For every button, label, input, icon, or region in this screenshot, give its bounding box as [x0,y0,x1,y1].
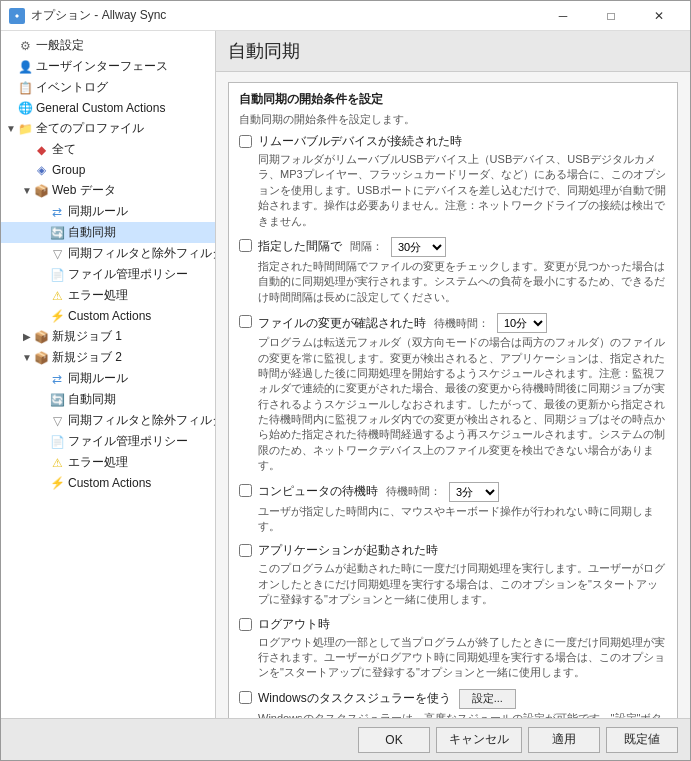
expand-icon-all-profiles[interactable]: ▼ [5,123,17,135]
sidebar-item-newjob2[interactable]: ▼📦新規ジョブ 2 [1,347,215,368]
option-content-file-change: ファイルの変更が確認された時待機時間：1分5分10分15分30分プログラムは転送… [258,313,667,474]
maximize-button[interactable]: □ [588,1,634,31]
checkbox-file-change[interactable] [239,315,252,328]
sidebar-label-file-policy: ファイル管理ポリシー [68,266,188,283]
sidebar-item-sync-rule[interactable]: ⇄同期ルール [1,201,215,222]
section-title: 自動同期の開始条件を設定 [239,91,667,108]
option-row-logout: ログアウト時ログアウト処理の一部として当プログラムが終了したときに一度だけ同期処… [239,616,667,681]
expand-icon-custom-actions2 [37,477,49,489]
inline-label-standby: 待機時間： [386,484,441,499]
sidebar-label-file-policy2: ファイル管理ポリシー [68,433,188,450]
sidebar-item-error2[interactable]: ⚠エラー処理 [1,452,215,473]
sidebar-item-file-policy[interactable]: 📄ファイル管理ポリシー [1,264,215,285]
sidebar-item-all-profiles[interactable]: ▼📁全てのプロファイル [1,118,215,139]
sidebar-label-auto-sync: 自動同期 [68,224,116,241]
ok-button[interactable]: OK [358,727,430,753]
option-row-file-change: ファイルの変更が確認された時待機時間：1分5分10分15分30分プログラムは転送… [239,313,667,474]
sidebar-item-general[interactable]: ⚙一般設定 [1,35,215,56]
cancel-button[interactable]: キャンセル [436,727,522,753]
sidebar-icon-filter2: ▽ [49,413,65,429]
option-content-app-start: アプリケーションが起動された時このプログラムが起動された時に一度だけ同期処理を実… [258,542,667,607]
expand-icon-web[interactable]: ▼ [21,185,33,197]
sidebar-item-auto-sync2[interactable]: 🔄自動同期 [1,389,215,410]
checkbox-scheduler[interactable] [239,691,252,704]
sidebar-item-filter2[interactable]: ▽同期フィルタと除外フィルタ [1,410,215,431]
sidebar-icon-newjob1: 📦 [33,329,49,345]
sidebar-icon-file-policy2: 📄 [49,434,65,450]
options-container: リムーバブルデバイスが接続された時同期フォルダがリムーバブルUSBデバイス上（U… [239,133,667,718]
sidebar-label-web: Web データ [52,182,116,199]
sidebar-label-filter2: 同期フィルタと除外フィルタ [68,412,215,429]
sidebar-item-auto-sync[interactable]: 🔄自動同期 [1,222,215,243]
sidebar-label-group: Group [52,163,85,177]
checkbox-standby[interactable] [239,484,252,497]
option-row-removable: リムーバブルデバイスが接続された時同期フォルダがリムーバブルUSBデバイス上（U… [239,133,667,229]
option-content-removable: リムーバブルデバイスが接続された時同期フォルダがリムーバブルUSBデバイス上（U… [258,133,667,229]
sidebar-icon-ui: 👤 [17,59,33,75]
sidebar-item-ui[interactable]: 👤ユーザインターフェース [1,56,215,77]
sidebar-item-filter[interactable]: ▽同期フィルタと除外フィルタ [1,243,215,264]
checkbox-app-start[interactable] [239,544,252,557]
expand-icon-custom-actions1 [37,310,49,322]
sidebar-item-web[interactable]: ▼📦Web データ [1,180,215,201]
expand-icon-filter [37,248,49,260]
inline-select-interval[interactable]: 5分10分15分30分1時間2時間 [391,237,446,257]
option-label-standby: コンピュータの待機時 [258,483,378,500]
expand-icon-group [21,164,33,176]
sidebar-label-all-profiles: 全てのプロファイル [36,120,144,137]
titlebar-left: オプション - Allway Sync [9,7,166,24]
option-content-scheduler: Windowsのタスクスジュラーを使う設定...Windowsのタスクスジュラー… [258,689,667,718]
content-header: 自動同期 [216,31,690,72]
option-label-scheduler: Windowsのタスクスジュラーを使う [258,690,451,707]
main-content: ⚙一般設定 👤ユーザインターフェース 📋イベントログ 🌐General Cust… [1,31,690,718]
expand-icon-newjob2[interactable]: ▼ [21,352,33,364]
checkbox-interval[interactable] [239,239,252,252]
option-row-standby: コンピュータの待機時待機時間：1分3分5分10分15分ユーザが指定した時間内に、… [239,482,667,535]
expand-icon-newjob1[interactable]: ▶ [21,331,33,343]
sidebar-item-sync-rule2[interactable]: ⇄同期ルール [1,368,215,389]
inline-select-standby[interactable]: 1分3分5分10分15分 [449,482,499,502]
sidebar-label-ui: ユーザインターフェース [36,58,168,75]
bottom-bar: OK キャンセル 適用 既定値 [1,718,690,760]
default-button[interactable]: 既定値 [606,727,678,753]
close-button[interactable]: ✕ [636,1,682,31]
expand-icon-global-custom [5,102,17,114]
inline-select-file-change[interactable]: 1分5分10分15分30分 [497,313,547,333]
checkbox-removable[interactable] [239,135,252,148]
sidebar-item-log[interactable]: 📋イベントログ [1,77,215,98]
sidebar-icon-sync-rule: ⇄ [49,204,65,220]
inline-button-scheduler[interactable]: 設定... [459,689,516,709]
option-label-file-change: ファイルの変更が確認された時 [258,315,426,332]
checkbox-logout[interactable] [239,618,252,631]
expand-icon-all [21,144,33,156]
option-desc-logout: ログアウト処理の一部として当プログラムが終了したときに一度だけ同期処理が実行され… [258,635,667,681]
option-desc-app-start: このプログラムが起動された時に一度だけ同期処理を実行します。ユーザーがログオンし… [258,561,667,607]
sidebar-item-newjob1[interactable]: ▶📦新規ジョブ 1 [1,326,215,347]
sidebar-icon-global-custom: 🌐 [17,100,33,116]
sidebar-icon-all-profiles: 📁 [17,121,33,137]
section-desc: 自動同期の開始条件を設定します。 [239,112,667,127]
minimize-button[interactable]: ─ [540,1,586,31]
sidebar-icon-newjob2: 📦 [33,350,49,366]
option-content-interval: 指定した間隔で間隔：5分10分15分30分1時間2時間指定された時間間隔でファイ… [258,237,667,305]
apply-button[interactable]: 適用 [528,727,600,753]
sidebar-item-custom-actions2[interactable]: ⚡Custom Actions [1,473,215,493]
expand-icon-log [5,82,17,94]
option-row-scheduler: Windowsのタスクスジュラーを使う設定...Windowsのタスクスジュラー… [239,689,667,718]
expand-icon-file-policy [37,269,49,281]
expand-icon-sync-rule [37,206,49,218]
sidebar-icon-group: ◈ [33,162,49,178]
sidebar-item-group[interactable]: ◈Group [1,160,215,180]
sidebar-item-all[interactable]: ◆全て [1,139,215,160]
sidebar-item-file-policy2[interactable]: 📄ファイル管理ポリシー [1,431,215,452]
sidebar-icon-web: 📦 [33,183,49,199]
option-content-standby: コンピュータの待機時待機時間：1分3分5分10分15分ユーザが指定した時間内に、… [258,482,667,535]
sidebar-item-custom-actions1[interactable]: ⚡Custom Actions [1,306,215,326]
inline-label-file-change: 待機時間： [434,316,489,331]
sidebar-label-global-custom: General Custom Actions [36,101,165,115]
content-body: 自動同期の開始条件を設定 自動同期の開始条件を設定します。 リムーバブルデバイス… [216,72,690,718]
sidebar-item-global-custom[interactable]: 🌐General Custom Actions [1,98,215,118]
expand-icon-filter2 [37,415,49,427]
sidebar-item-error[interactable]: ⚠エラー処理 [1,285,215,306]
sidebar-label-filter: 同期フィルタと除外フィルタ [68,245,215,262]
